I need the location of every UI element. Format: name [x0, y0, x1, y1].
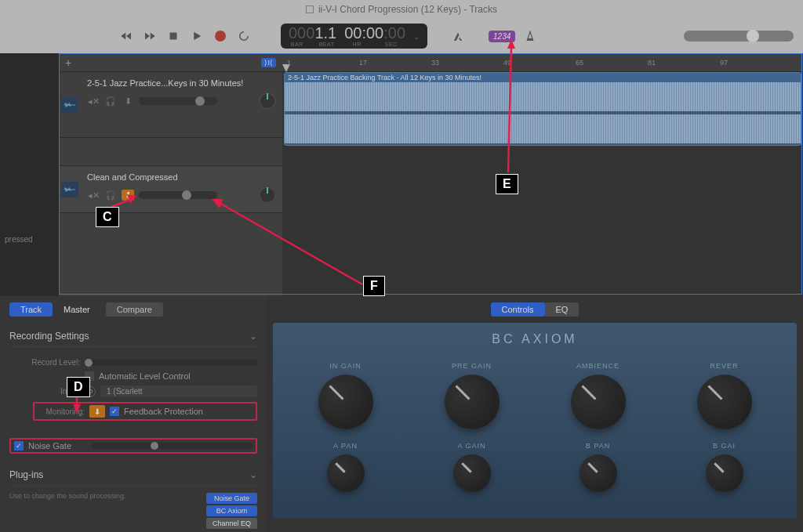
mute-button[interactable]: ◂✕ — [87, 96, 100, 107]
plugin-title: BC AXIOM — [282, 332, 787, 346]
plugin-chip[interactable]: BC Axiom — [206, 505, 257, 516]
annotation-f: F — [363, 276, 385, 296]
chevron-down-icon: ⌄ — [249, 469, 257, 480]
mute-button[interactable]: ◂✕ — [87, 190, 100, 201]
library-gutter — [0, 53, 59, 296]
transport-bar: 0001.1 BARBEAT 00:00:00 HRSEC ⌄ 1234 — [0, 19, 803, 53]
add-track-button[interactable]: + — [65, 56, 78, 69]
annotation-e: E — [496, 174, 518, 194]
lcd-menu-caret[interactable]: ⌄ — [413, 32, 420, 41]
track-row[interactable]: 2-5-1 Jazz Practice...Keys in 30 Minutes… — [59, 72, 282, 138]
track-row[interactable]: Clean and Compressed ◂✕ 🎧 ⬇ — [59, 166, 282, 213]
stop-button[interactable] — [165, 27, 182, 45]
master-volume-slider[interactable] — [684, 31, 794, 42]
record-level-slider[interactable] — [85, 360, 257, 366]
window-title: ii-V-I Chord Progression (12 Keys) - Tra… — [318, 4, 497, 15]
forward-button[interactable] — [141, 27, 158, 45]
track-headers-panel: + ⟩I⟨ 2-5-1 Jazz Practice...Keys in 30 M… — [59, 53, 282, 296]
plugins-header[interactable]: Plug-ins⌄ — [9, 465, 257, 486]
track-volume-slider[interactable] — [139, 97, 217, 105]
annotation-d: D — [67, 377, 90, 397]
waveform-icon — [285, 82, 801, 143]
recording-settings-header[interactable]: Recording Settings⌄ — [9, 326, 257, 347]
b-pan-knob[interactable] — [580, 454, 617, 492]
feedback-protection-checkbox[interactable]: ✓ — [110, 407, 119, 416]
audio-region[interactable]: 2-5-1 Jazz Practice Backing Track - All … — [284, 72, 801, 146]
play-button[interactable] — [188, 27, 205, 45]
plugins-hint: Use to change the sound processing. — [9, 492, 197, 530]
plugin-chip[interactable]: Noise Gate — [206, 493, 257, 504]
pan-knob[interactable] — [259, 92, 276, 110]
record-button[interactable] — [212, 27, 229, 45]
region-title: 2-5-1 Jazz Practice Backing Track - All … — [285, 73, 801, 82]
pre-gain-knob[interactable] — [445, 375, 500, 429]
noise-gate-slider[interactable] — [92, 443, 253, 449]
solo-button[interactable]: 🎧 — [104, 96, 117, 107]
metronome-button[interactable] — [521, 27, 539, 45]
rewind-button[interactable] — [118, 27, 135, 45]
track-volume-slider[interactable] — [139, 191, 217, 199]
a-pan-knob[interactable] — [327, 454, 365, 492]
cycle-button[interactable] — [235, 27, 253, 45]
arrange-area[interactable]: 1 17 33 49 65 81 97 2-5-1 Jazz Practice … — [282, 53, 803, 296]
reverb-knob[interactable] — [697, 375, 752, 429]
count-in-button[interactable]: 1234 — [489, 31, 515, 42]
plugin-view-panel: Controls EQ BC AXIOM IN GAIN PRE GAIN AM… — [267, 296, 803, 532]
lcd-display[interactable]: 0001.1 BARBEAT 00:00:00 HRSEC ⌄ — [281, 24, 427, 49]
inspector-panel: Track Master Compare Recording Settings⌄… — [0, 296, 267, 532]
compare-button[interactable]: Compare — [106, 302, 163, 317]
chevron-down-icon: ⌄ — [249, 331, 257, 342]
plugin-chip[interactable]: Channel EQ — [206, 518, 257, 529]
document-icon — [306, 5, 314, 13]
audio-track-icon — [61, 97, 78, 113]
track-filter-button[interactable]: ⟩I⟨ — [261, 58, 276, 67]
monitoring-button[interactable]: ⬇ — [89, 405, 105, 418]
input-monitor-button[interactable]: ⬇ — [122, 96, 134, 107]
noise-gate-checkbox[interactable]: ✓ — [14, 441, 24, 451]
tab-master[interactable]: Master — [53, 302, 101, 317]
timeline-ruler[interactable]: 1 17 33 49 65 81 97 — [282, 53, 803, 72]
track-name-label[interactable]: 2-5-1 Jazz Practice...Keys in 30 Minutes… — [87, 78, 276, 88]
pan-knob[interactable] — [259, 186, 276, 204]
input-select[interactable]: 1 (Scarlett — [100, 385, 257, 397]
input-monitor-button[interactable]: ⬇ — [122, 190, 134, 201]
tab-eq[interactable]: EQ — [545, 302, 580, 317]
annotation-c: C — [96, 207, 119, 227]
tab-controls[interactable]: Controls — [491, 302, 545, 317]
gutter-text: pressed — [5, 235, 33, 244]
a-gain-knob[interactable] — [453, 454, 491, 492]
ambience-knob[interactable] — [571, 375, 626, 429]
audio-track-icon — [61, 182, 78, 197]
track-name-label[interactable]: Clean and Compressed — [87, 172, 276, 182]
solo-button[interactable]: 🎧 — [104, 190, 117, 201]
tab-track[interactable]: Track — [9, 302, 53, 317]
svg-rect-0 — [170, 33, 177, 40]
in-gain-knob[interactable] — [318, 375, 373, 429]
tuner-button[interactable] — [449, 27, 467, 45]
window-titlebar: ii-V-I Chord Progression (12 Keys) - Tra… — [0, 0, 803, 19]
b-gain-knob[interactable] — [706, 454, 743, 492]
